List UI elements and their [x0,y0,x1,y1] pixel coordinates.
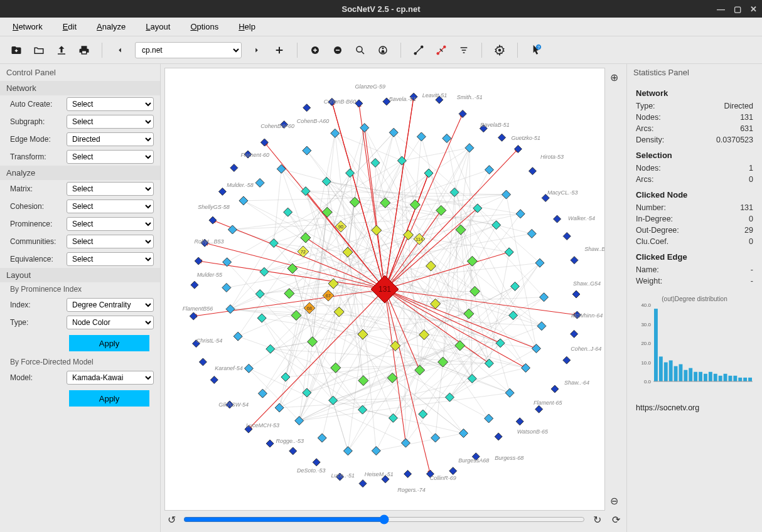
svg-text:Flament-65: Flament-65 [534,400,563,406]
matrix-select[interactable]: Select [67,182,154,196]
svg-line-26 [227,262,363,410]
svg-rect-298 [669,360,673,381]
svg-text:Karanef-54: Karanef-54 [215,365,243,371]
svg-line-124 [249,368,299,420]
svg-text:ChristL-54: ChristL-54 [196,338,223,344]
add-icon[interactable] [272,43,287,58]
svg-text:Leavitt-51: Leavitt-51 [422,92,448,98]
menu-analyze[interactable]: Analyze [97,22,126,31]
subgraph-select[interactable]: Select [67,115,154,129]
apply-prominence-button[interactable]: Apply [69,335,149,351]
svg-text:FlamentB56: FlamentB56 [183,306,213,312]
toolbar: cp.net ? [0,36,762,64]
maximize-icon[interactable]: ▢ [734,4,741,14]
menu-options[interactable]: Options [190,22,218,31]
svg-line-162 [232,194,506,230]
menu-help[interactable]: Help [239,22,255,31]
svg-text:Walker.-54: Walker.-54 [568,215,595,221]
cohesion-select[interactable]: Select [67,200,154,213]
cn-clucoef: 0 [749,237,753,246]
svg-text:Shaw..B54: Shaw..B54 [584,246,604,252]
section-network: Network [0,81,160,95]
svg-line-164 [307,133,335,392]
node-properties-icon[interactable] [375,43,390,58]
reset-view-icon[interactable]: ⟳ [609,514,623,526]
control-panel: Control Panel Network Auto Create:Select… [0,64,161,532]
close-icon[interactable]: ✕ [750,4,757,14]
menu-edit[interactable]: Edit [63,22,77,31]
transform-select[interactable]: Select [67,150,154,164]
svg-text:?: ? [537,45,540,49]
search-icon[interactable] [353,43,368,58]
back-icon[interactable] [112,43,127,58]
forward-icon[interactable] [249,43,264,58]
svg-line-79 [238,336,363,380]
menu-layout[interactable]: Layout [146,22,170,31]
website-link[interactable]: https://socnetv.org [636,403,699,412]
zoom-in-icon[interactable]: ⊕ [610,72,618,83]
svg-text:Mulder.-58: Mulder.-58 [227,182,254,188]
svg-line-167 [385,161,402,203]
zoom-out-icon[interactable]: ⊖ [610,495,618,507]
svg-rect-312 [738,378,742,381]
svg-line-156 [313,342,363,410]
file-selector[interactable]: cp.net [135,42,242,58]
minimize-icon[interactable]: — [717,4,725,14]
stat-nodes: 131 [740,113,753,122]
svg-rect-306 [709,372,712,381]
settings-icon[interactable] [492,43,507,58]
svg-text:68: 68 [307,306,312,311]
help-icon[interactable]: ? [528,43,543,58]
print-icon[interactable] [77,43,92,58]
svg-text:GlanzeG-59: GlanzeG-59 [355,83,385,90]
titlebar: SocNetV 2.5 - cp.net — ▢ ✕ [0,0,762,18]
edge-mode-select[interactable]: Directed [67,132,154,146]
type-select[interactable]: Node Color [67,316,154,329]
menu-network[interactable]: Network [13,22,43,31]
remove-node-icon[interactable] [330,43,345,58]
svg-line-64 [436,362,443,438]
remove-edge-icon[interactable] [434,43,449,58]
svg-line-184 [238,173,350,336]
svg-text:WatsonB-65: WatsonB-65 [517,428,549,435]
graph-canvas[interactable]: 13167689011472McWhinn-64Cohen..J-64Shaw.… [164,68,605,511]
svg-text:72: 72 [301,250,306,254]
open-folder-icon[interactable] [31,43,46,58]
svg-line-102 [299,368,526,420]
filter-icon[interactable] [456,43,471,58]
index-select[interactable]: Degree Centrality [67,298,154,312]
svg-text:67: 67 [326,294,331,298]
add-edge-icon[interactable] [411,43,426,58]
prominence-select[interactable]: Select [67,217,154,231]
new-file-icon[interactable] [9,43,24,58]
svg-rect-300 [679,364,683,381]
equivalence-select[interactable]: Select [67,252,154,266]
svg-text:Shaw..G54: Shaw..G54 [573,280,601,287]
svg-text:ShellyGS-58: ShellyGS-58 [198,204,230,210]
svg-text:Rogge..-53: Rogge..-53 [276,438,304,444]
statistics-panel: Statistics Panel Network Type:Directed N… [626,64,762,532]
svg-text:CohenB-A60: CohenB-A60 [297,118,330,124]
cn-indeg: 0 [749,215,753,223]
svg-line-148 [449,343,500,397]
svg-rect-0 [58,53,65,55]
model-select[interactable]: Kamada-Kawai [67,371,154,385]
zoom-slider[interactable] [183,514,585,524]
svg-text:Burgess-68: Burgess-68 [495,455,523,461]
apply-force-button[interactable]: Apply [69,390,149,407]
cn-number: 131 [740,203,753,212]
save-icon[interactable] [54,43,69,58]
svg-text:20.0: 20.0 [641,341,651,346]
svg-text:0.0: 0.0 [644,379,652,385]
communities-select[interactable]: Select [67,235,154,248]
add-node-icon[interactable] [308,43,323,58]
rotate-left-icon[interactable]: ↺ [164,514,178,526]
auto-create-select[interactable]: Select [67,97,154,111]
svg-line-48 [249,368,405,443]
rotate-right-icon[interactable]: ↻ [590,514,604,526]
svg-line-208 [376,434,463,451]
svg-text:Shaw..-64: Shaw..-64 [564,380,589,386]
svg-text:10.0: 10.0 [641,360,651,366]
svg-text:DeSoto.-53: DeSoto.-53 [297,467,326,474]
svg-line-174 [393,225,496,418]
